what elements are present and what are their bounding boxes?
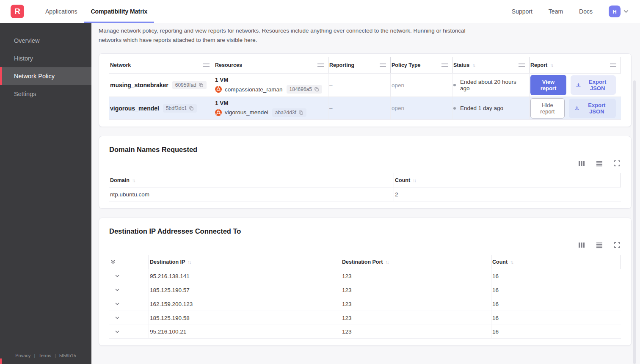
page-description: Manage network policy, reporting and vie…: [99, 26, 480, 44]
vm-count: 1 VM: [215, 77, 229, 83]
list-view-icon[interactable]: [596, 241, 603, 249]
expand-row-icon[interactable]: [114, 301, 120, 307]
network-cell: musing_stonebraker 60959fad: [109, 74, 214, 97]
fullscreen-icon[interactable]: [613, 241, 621, 249]
nav-right: Support Team Docs H: [512, 0, 640, 23]
nav-link-docs[interactable]: Docs: [579, 8, 593, 15]
columns-view-icon[interactable]: [578, 160, 585, 167]
destinations-table: Destination IP Destination Port Count: [109, 255, 621, 339]
network-id-badge: 5bdf3dc1: [163, 104, 197, 113]
columns-view-icon[interactable]: [578, 241, 585, 249]
sort-icon[interactable]: [188, 259, 190, 265]
app-logo[interactable]: R: [11, 5, 24, 18]
expander-cell: [109, 297, 149, 311]
hide-report-button[interactable]: Hide report: [530, 98, 565, 119]
count-cell: 16: [491, 311, 621, 325]
expand-row-icon[interactable]: [114, 315, 120, 321]
copy-icon[interactable]: [298, 110, 303, 115]
view-report-button[interactable]: View report: [530, 75, 566, 95]
avatar[interactable]: H: [609, 6, 621, 17]
column-resize-handle[interactable]: [380, 63, 386, 67]
top-nav: R Applications Compatibility Matrix Supp…: [0, 0, 640, 23]
col-label: Status: [453, 62, 469, 68]
export-json-button[interactable]: Export JSON: [571, 75, 616, 95]
domains-card: Domain Names Requested Domain Count ntp.…: [99, 136, 632, 209]
vm-count: 1 VM: [215, 100, 229, 106]
status-cell: Ended about 20 hours ago: [452, 74, 530, 97]
domain-cell: ntp.ubuntu.com: [109, 188, 394, 201]
sidebar-item-settings[interactable]: Settings: [0, 85, 91, 103]
copy-icon[interactable]: [189, 106, 194, 111]
export-label: Export JSON: [583, 102, 610, 115]
col-label: Domain: [110, 177, 130, 183]
expand-row-icon[interactable]: [114, 329, 120, 335]
count-cell: 2: [394, 188, 621, 201]
column-resize-handle[interactable]: [610, 63, 616, 67]
policy-type-cell: open: [391, 97, 452, 119]
page-scrollbar[interactable]: [633, 80, 636, 364]
network-name: vigorous_mendel: [110, 105, 159, 112]
nav-link-support[interactable]: Support: [512, 8, 532, 15]
network-id: 5bdf3dc1: [166, 105, 187, 111]
resource-id: aba2dd3f: [275, 110, 296, 116]
resources-cell: 1 VM vigorous_mendel aba2dd3f: [214, 97, 328, 119]
sort-icon[interactable]: [510, 259, 513, 265]
sort-icon[interactable]: [386, 259, 389, 265]
expander-cell: [109, 325, 149, 338]
export-json-button[interactable]: Export JSON: [569, 99, 616, 118]
destination-port-cell: 123: [341, 297, 491, 311]
terms-link[interactable]: Terms: [39, 353, 51, 358]
tab-compatibility-matrix[interactable]: Compatibility Matrix: [84, 0, 154, 23]
tab-applications[interactable]: Applications: [39, 0, 84, 23]
status-dot-icon: [453, 84, 456, 86]
table-row: 95.216.100.21 123 16: [109, 325, 621, 339]
expand-all-icon[interactable]: [110, 259, 116, 265]
user-menu[interactable]: H: [609, 6, 629, 17]
col-status: Status: [452, 57, 530, 73]
expand-row-icon[interactable]: [114, 273, 120, 279]
list-view-icon[interactable]: [596, 160, 603, 167]
col-destination-ip: Destination IP: [149, 255, 341, 269]
sort-icon[interactable]: [413, 178, 416, 183]
resource-id: 184696a5: [290, 86, 312, 92]
column-resize-handle[interactable]: [317, 63, 324, 67]
sidebar-item-network-policy[interactable]: Network Policy: [0, 67, 91, 85]
resource-name: compassionate_raman: [225, 86, 283, 93]
build-id: 5f56b15: [59, 353, 76, 358]
networks-table-body: musing_stonebraker 60959fad 1 VM compass…: [109, 73, 621, 120]
copy-icon[interactable]: [314, 87, 319, 92]
nav-tabs: Applications Compatibility Matrix: [39, 0, 154, 23]
destination-ip-cell: 185.125.190.58: [149, 311, 341, 325]
copy-icon[interactable]: [199, 83, 204, 88]
nav-link-team[interactable]: Team: [549, 8, 563, 15]
column-resize-handle[interactable]: [519, 63, 525, 67]
sidebar-item-history[interactable]: History: [0, 50, 91, 67]
column-resize-handle[interactable]: [203, 63, 210, 67]
col-label: Report: [530, 62, 547, 68]
domains-table-body: ntp.ubuntu.com 2: [109, 187, 621, 201]
column-resize-handle[interactable]: [441, 63, 448, 67]
report-cell: Hide report Export JSON: [530, 97, 621, 119]
expander-cell: [109, 311, 149, 325]
sidebar-items: Overview History Network Policy Settings: [0, 32, 91, 103]
reporting-cell: –: [328, 74, 391, 97]
sort-icon[interactable]: [132, 178, 135, 183]
privacy-link[interactable]: Privacy: [15, 353, 30, 358]
status-dot-icon: [453, 107, 456, 110]
sort-icon[interactable]: [550, 63, 553, 68]
expand-row-icon[interactable]: [114, 287, 120, 293]
sidebar-item-overview[interactable]: Overview: [0, 32, 91, 50]
networks-card: Network Resources Reporting Policy Type …: [99, 53, 632, 127]
destination-port-cell: 123: [341, 283, 491, 297]
destination-port-cell: 123: [341, 311, 491, 325]
col-label: Policy Type: [392, 62, 421, 68]
sort-icon[interactable]: [472, 63, 475, 68]
chevron-down-icon: [623, 8, 629, 14]
fullscreen-icon[interactable]: [613, 160, 621, 167]
network-cell: vigorous_mendel 5bdf3dc1: [109, 97, 214, 119]
col-count: Count: [394, 173, 621, 187]
count-cell: 16: [491, 283, 621, 297]
col-label: Count: [395, 177, 410, 183]
table-row: 162.159.200.123 123 16: [109, 297, 621, 311]
download-icon: [576, 82, 581, 88]
